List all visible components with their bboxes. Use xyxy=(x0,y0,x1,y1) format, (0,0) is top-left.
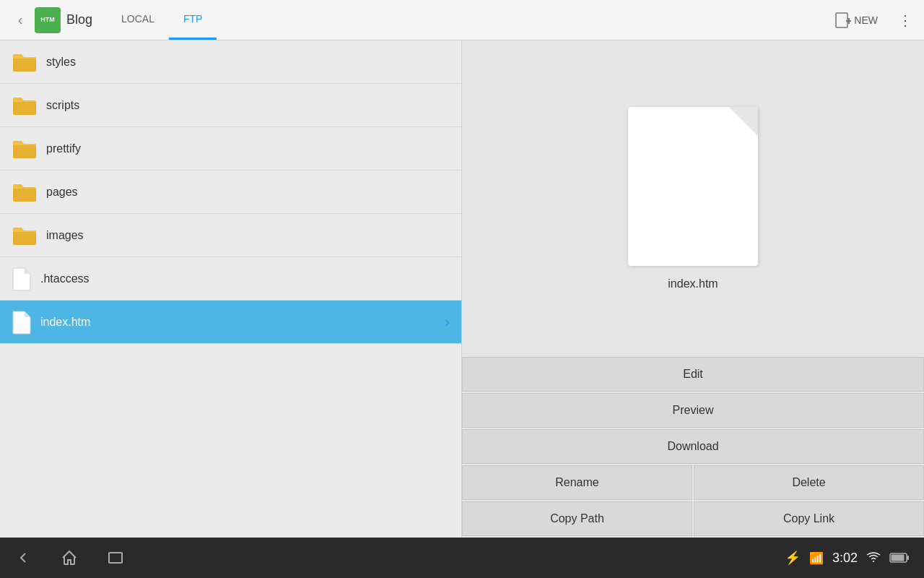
copy-link-button[interactable]: Copy Link xyxy=(694,501,924,536)
tab-bar: LOCAL FTP xyxy=(107,0,217,40)
action-buttons: Edit Preview Download Rename Delete Copy… xyxy=(462,357,924,538)
file-name: .htaccess xyxy=(40,272,90,285)
list-item[interactable]: pages xyxy=(0,171,461,214)
battery-icon xyxy=(889,552,910,564)
main-content: styles scripts prettify xyxy=(0,40,924,538)
file-icon xyxy=(12,310,32,335)
file-name: styles xyxy=(46,56,76,69)
svg-rect-0 xyxy=(836,13,847,27)
svg-rect-6 xyxy=(892,555,905,561)
svg-rect-3 xyxy=(109,553,122,563)
list-item[interactable]: .htaccess xyxy=(0,257,461,301)
file-preview-icon xyxy=(628,107,758,266)
right-panel: index.htm Edit Preview Download Rename D… xyxy=(462,40,924,538)
back-button[interactable]: ‹ xyxy=(6,6,35,35)
folder-icon xyxy=(12,181,38,203)
status-time: 3:02 xyxy=(832,551,858,566)
rename-delete-row: Rename Delete xyxy=(462,465,924,500)
file-name: index.htm xyxy=(40,316,90,329)
svg-rect-5 xyxy=(907,556,909,560)
list-item[interactable]: styles xyxy=(0,40,461,84)
app-title: Blog xyxy=(66,12,92,27)
sim-icon: 📶 xyxy=(809,551,824,565)
list-item[interactable]: prettify xyxy=(0,127,461,171)
list-item[interactable]: images xyxy=(0,214,461,257)
nav-back-button[interactable] xyxy=(14,549,32,566)
new-button[interactable]: NEW xyxy=(827,8,886,33)
file-name: pages xyxy=(46,186,78,199)
file-name: scripts xyxy=(46,99,79,112)
tab-local[interactable]: LOCAL xyxy=(107,0,169,40)
file-name: images xyxy=(46,229,84,242)
list-item-selected[interactable]: index.htm › xyxy=(0,301,461,344)
new-file-icon xyxy=(835,12,851,28)
bottom-bar: ⚡ 📶 3:02 xyxy=(0,538,924,578)
copy-row: Copy Path Copy Link xyxy=(462,501,924,536)
file-list-panel: styles scripts prettify xyxy=(0,40,462,538)
copy-path-button[interactable]: Copy Path xyxy=(462,501,692,536)
status-icons: ⚡ 📶 3:02 xyxy=(785,550,910,566)
preview-button[interactable]: Preview xyxy=(462,393,924,428)
top-bar: ‹ HTM Blog LOCAL FTP NEW ⋮ xyxy=(0,0,924,40)
file-name: prettify xyxy=(46,142,81,155)
new-label: NEW xyxy=(854,14,878,26)
download-button[interactable]: Download xyxy=(462,429,924,464)
folder-icon xyxy=(12,225,38,246)
tab-ftp[interactable]: FTP xyxy=(169,0,217,40)
toolbar-right: NEW ⋮ xyxy=(827,7,918,33)
edit-button[interactable]: Edit xyxy=(462,357,924,392)
file-preview-name: index.htm xyxy=(668,277,718,290)
file-icon xyxy=(12,267,32,291)
wifi-icon xyxy=(866,552,881,564)
app-logo: HTM xyxy=(35,7,61,33)
nav-buttons xyxy=(14,549,124,566)
folder-icon xyxy=(12,51,38,73)
folder-icon xyxy=(12,95,38,116)
folder-icon xyxy=(12,138,38,160)
selected-chevron: › xyxy=(445,314,450,330)
nav-recents-button[interactable] xyxy=(107,549,124,566)
nav-home-button[interactable] xyxy=(61,549,78,566)
file-preview-area: index.htm xyxy=(462,40,924,357)
delete-button[interactable]: Delete xyxy=(694,465,924,500)
usb-icon: ⚡ xyxy=(785,550,801,566)
rename-button[interactable]: Rename xyxy=(462,465,692,500)
list-item[interactable]: scripts xyxy=(0,84,461,127)
more-button[interactable]: ⋮ xyxy=(892,7,918,33)
